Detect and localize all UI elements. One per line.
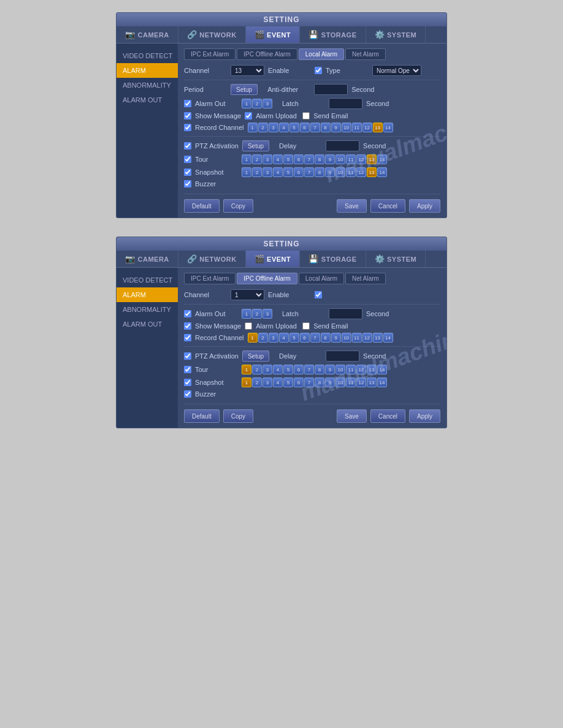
subtab-ipcoffline-2[interactable]: IPC Offline Alarm [237,273,297,284]
snap-ch1[interactable]: 1 [242,167,251,177]
rec2-ch12[interactable]: 12 [362,333,372,343]
tour-ch12[interactable]: 12 [356,154,366,164]
tour-ch6[interactable]: 6 [294,154,304,164]
snap-ch2[interactable]: 2 [252,167,262,177]
snap-ch9[interactable]: 9 [325,167,335,177]
recordchannel-checkbox-1[interactable] [184,124,191,131]
type-select-1[interactable]: Normal Open [372,65,421,76]
default-button-2[interactable]: Default [184,409,220,423]
latch-input-2[interactable]: 10 [329,308,362,319]
rec2-ch8[interactable]: 8 [321,333,331,343]
tour-ch4[interactable]: 4 [273,154,283,164]
tab-storage-2[interactable]: 💾 STORAGE [300,251,366,267]
sidebar-alarm-1[interactable]: ALARM [117,63,178,78]
buzzer-checkbox-1[interactable] [184,180,191,188]
ptz-checkbox-1[interactable] [184,142,191,150]
snap-ch14[interactable]: 14 [377,167,387,177]
tour-ch13[interactable]: 13 [367,154,377,164]
sidebar-alarmout-1[interactable]: ALARM OUT [117,93,178,107]
sidebar-abnormality-2[interactable]: ABNORMALITY [117,302,178,317]
snap2-ch11[interactable]: 11 [346,377,356,387]
tab-system-1[interactable]: ⚙️ SYSTEM [366,26,426,43]
snap-ch8[interactable]: 8 [315,167,324,177]
snap-ch3[interactable]: 3 [262,167,272,177]
subtab-localalarm-1[interactable]: Local Alarm [299,48,344,60]
rec-ch11[interactable]: 11 [352,123,362,132]
snap2-ch13[interactable]: 13 [367,377,377,387]
snap2-ch3[interactable]: 3 [262,377,272,387]
tour-checkbox-2[interactable] [184,366,191,373]
tour2-ch13[interactable]: 13 [367,365,377,374]
sidebar-alarm-2[interactable]: ALARM [117,287,178,302]
snap-ch12[interactable]: 12 [356,167,366,177]
rec-ch4[interactable]: 4 [279,123,289,132]
rec-ch6[interactable]: 6 [300,123,310,132]
tab-network-1[interactable]: 🔗 NETWORK [178,26,246,43]
cancel-button-2[interactable]: Cancel [370,409,405,423]
tab-event-2[interactable]: 🎬 EVENT [246,251,301,267]
tour-ch5[interactable]: 5 [283,154,293,164]
snap2-ch9[interactable]: 9 [325,377,335,387]
snapshot-checkbox-1[interactable] [184,169,191,176]
rec2-ch11[interactable]: 11 [352,333,362,343]
rec2-ch5[interactable]: 5 [289,333,299,343]
sidebar-alarmout-2[interactable]: ALARM OUT [117,317,178,332]
snap2-ch1[interactable]: 1 [242,377,251,387]
subtab-netalarm-2[interactable]: Net Alarm [345,273,386,284]
snap2-ch10[interactable]: 10 [335,377,345,387]
rec-ch5[interactable]: 5 [289,123,299,132]
tab-camera-2[interactable]: 📷 CAMERA [117,251,178,267]
channel-select-2[interactable]: 1 [231,289,264,300]
enable-checkbox-1[interactable] [315,67,322,74]
rec-ch2[interactable]: 2 [258,123,268,132]
tab-network-2[interactable]: 🔗 NETWORK [178,251,246,267]
snap-ch13[interactable]: 13 [367,167,377,177]
ptz-delay-input-1[interactable]: 10 [326,140,359,151]
copy-button-1[interactable]: Copy [223,199,253,213]
snap2-ch14[interactable]: 14 [377,377,387,387]
tour2-ch2[interactable]: 2 [252,365,262,374]
ptz-checkbox-2[interactable] [184,352,191,360]
snap-ch4[interactable]: 4 [273,167,283,177]
tour-checkbox-1[interactable] [184,156,191,163]
snap-ch11[interactable]: 11 [346,167,356,177]
tour2-ch10[interactable]: 10 [335,365,345,374]
tour2-ch12[interactable]: 12 [356,365,366,374]
save-button-2[interactable]: Save [337,409,367,423]
tour2-ch4[interactable]: 4 [273,365,283,374]
snap2-ch2[interactable]: 2 [252,377,262,387]
snap2-ch5[interactable]: 5 [283,377,293,387]
recordchannel-checkbox-2[interactable] [184,334,191,341]
rec2-ch3[interactable]: 3 [269,333,278,343]
rec2-ch1[interactable]: 1 [248,333,258,343]
rec2-ch2[interactable]: 2 [258,333,268,343]
showmessage-checkbox-1[interactable] [184,112,191,119]
tour2-ch6[interactable]: 6 [294,365,304,374]
subtab-ipcext-2[interactable]: IPC Ext Alarm [184,273,236,284]
snap2-ch12[interactable]: 12 [356,377,366,387]
tour2-ch11[interactable]: 11 [346,365,356,374]
tour2-ch5[interactable]: 5 [283,365,293,374]
tab-storage-1[interactable]: 💾 STORAGE [300,26,366,43]
rec-ch7[interactable]: 7 [310,123,320,132]
tour-ch1[interactable]: 1 [242,154,251,164]
ptz-setup-btn-1[interactable]: Setup [242,140,269,151]
rec2-ch14[interactable]: 14 [383,333,393,343]
tour2-ch3[interactable]: 3 [262,365,272,374]
alarmout2-ch1[interactable]: 1 [242,309,251,319]
tour2-ch1[interactable]: 1 [242,365,251,374]
subtab-localalarm-2[interactable]: Local Alarm [299,273,344,284]
enable-checkbox-2[interactable] [315,291,322,298]
alarmout-ch2[interactable]: 2 [252,99,262,108]
rec2-ch6[interactable]: 6 [300,333,310,343]
rec2-ch9[interactable]: 9 [331,333,341,343]
rec-ch13[interactable]: 13 [373,123,383,132]
tab-camera-1[interactable]: 📷 CAMERA [117,26,178,43]
snap-ch7[interactable]: 7 [304,167,314,177]
tour-ch14[interactable]: 14 [377,154,387,164]
tour-ch11[interactable]: 11 [346,154,356,164]
rec-ch9[interactable]: 9 [331,123,341,132]
tour2-ch7[interactable]: 7 [304,365,314,374]
snap2-ch4[interactable]: 4 [273,377,283,387]
copy-button-2[interactable]: Copy [223,409,253,423]
